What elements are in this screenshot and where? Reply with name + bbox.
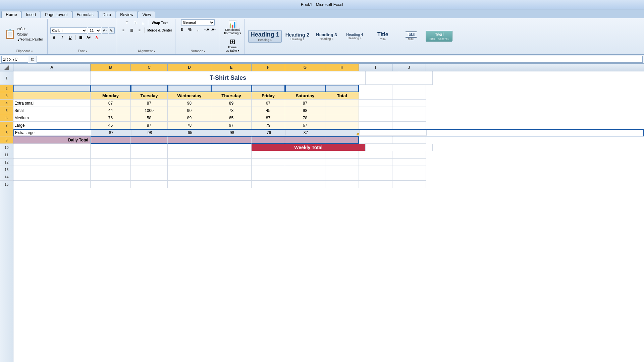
cell-g15[interactable] [285,181,325,188]
conditional-formatting-button[interactable]: 📊 ConditionalFormatting ▾ [223,19,243,36]
cell-a10[interactable] [13,144,91,151]
cell-j8[interactable] [393,130,427,136]
underline-button[interactable]: U [66,34,74,41]
cell-g9[interactable] [285,136,325,144]
cell-g7[interactable]: 67 [285,122,325,129]
cell-f5[interactable]: 45 [252,107,285,114]
formula-input[interactable] [37,56,643,63]
cell-i15[interactable] [359,181,392,188]
cell-i5[interactable] [359,107,392,114]
cell-b7[interactable]: 45 [91,122,131,129]
cell-d5[interactable]: 90 [168,107,211,114]
cell-i7[interactable] [359,122,392,129]
cell-a8[interactable]: Extra large [14,130,91,136]
cell-g5[interactable]: 98 [285,107,325,114]
cell-c8[interactable]: 98 [131,130,168,136]
cell-c6[interactable]: 58 [131,114,168,122]
cell-e9[interactable] [211,136,252,144]
cell-f15[interactable] [252,181,285,188]
cell-f2[interactable] [252,85,285,92]
align-middle-button[interactable]: ⊟ [131,19,139,26]
cell-b3[interactable]: Monday [91,92,131,100]
cell-h7[interactable] [325,122,359,129]
cell-b1-title[interactable]: T-Shirt Sales [91,71,366,85]
cell-j13[interactable] [392,166,426,173]
cell-c10[interactable] [131,144,168,151]
cell-e14[interactable] [211,173,252,181]
cell-b6[interactable]: 76 [91,114,131,122]
font-size-increase[interactable]: A↑ [102,27,108,34]
cell-f12[interactable] [252,159,285,166]
cell-e4[interactable]: 89 [211,100,252,107]
cell-h4[interactable] [325,100,359,107]
cell-e7[interactable]: 97 [211,122,252,129]
cell-b5[interactable]: 44 [91,107,131,114]
cell-c9[interactable] [131,136,168,144]
align-right-button[interactable]: ≡ [136,27,143,34]
cell-a2[interactable] [13,85,91,92]
cell-i13[interactable] [359,166,392,173]
col-header-e[interactable]: E [211,64,252,71]
cell-reference-input[interactable] [1,56,28,63]
cell-i3[interactable] [359,92,392,100]
cell-d10[interactable] [168,144,211,151]
cell-f11[interactable] [252,151,285,159]
cell-d6[interactable]: 89 [168,114,211,122]
font-color-button[interactable]: A [93,34,100,41]
comma-button[interactable]: , [194,26,202,33]
cell-j14[interactable] [392,173,426,181]
cell-i11[interactable] [359,151,392,159]
cell-g14[interactable] [285,173,325,181]
font-family-select[interactable]: Calibri [50,27,87,34]
tab-insert[interactable]: Insert [21,11,40,18]
number-format-select[interactable]: General [181,19,215,25]
style-teal[interactable]: Teal 20% - Accent1 [426,31,452,42]
cell-g11[interactable] [285,151,325,159]
cell-j5[interactable] [392,107,426,114]
style-heading1[interactable]: Heading 1 Heading 1 [248,30,282,43]
cell-j4[interactable] [392,100,426,107]
cell-j12[interactable] [392,159,426,166]
cell-i9[interactable] [359,136,392,144]
cell-c13[interactable] [131,166,168,173]
fill-color-button[interactable]: A▾ [85,34,92,41]
cell-d12[interactable] [168,159,211,166]
tab-view[interactable]: View [138,11,155,18]
col-header-f[interactable]: F [252,64,285,71]
tab-formulas[interactable]: Formulas [72,11,98,18]
cell-a15[interactable] [13,181,91,188]
cell-f9[interactable] [252,136,285,144]
style-heading4[interactable]: Heading 4 Heading 4 [341,32,368,41]
cell-f4[interactable]: 67 [252,100,285,107]
cell-a7[interactable]: Large [13,122,91,129]
cell-e6[interactable]: 65 [211,114,252,122]
cell-d8[interactable]: 65 [168,130,212,136]
row-num-15[interactable]: 15 [0,181,13,188]
cell-g2[interactable] [285,85,325,92]
cell-a6[interactable]: Medium [13,114,91,122]
cell-f10-weekly[interactable]: Weekly Total [252,144,366,151]
cell-b15[interactable] [91,181,131,188]
row-num-6[interactable]: 6 [0,114,13,122]
cell-f6[interactable]: 87 [252,114,285,122]
cell-h14[interactable] [325,173,359,181]
cell-i12[interactable] [359,159,392,166]
cell-b4[interactable]: 87 [91,100,131,107]
cell-i8[interactable] [360,130,393,136]
cell-j1[interactable] [399,71,433,85]
cell-e12[interactable] [211,159,252,166]
cell-i1[interactable] [366,71,399,85]
cell-a5[interactable]: Small [13,107,91,114]
cell-e10[interactable] [211,144,252,151]
cell-g3[interactable]: Saturday [285,92,325,100]
col-header-d[interactable]: D [168,64,211,71]
cell-j9[interactable] [392,136,426,144]
cell-d4[interactable]: 98 [168,100,211,107]
tab-home[interactable]: Home [1,11,21,18]
cell-h11[interactable] [325,151,359,159]
cell-c11[interactable] [131,151,168,159]
cell-b8[interactable]: 87 [91,130,131,136]
cell-c15[interactable] [131,181,168,188]
cell-j7[interactable] [392,122,426,129]
align-left-button[interactable]: ≡ [120,27,127,34]
